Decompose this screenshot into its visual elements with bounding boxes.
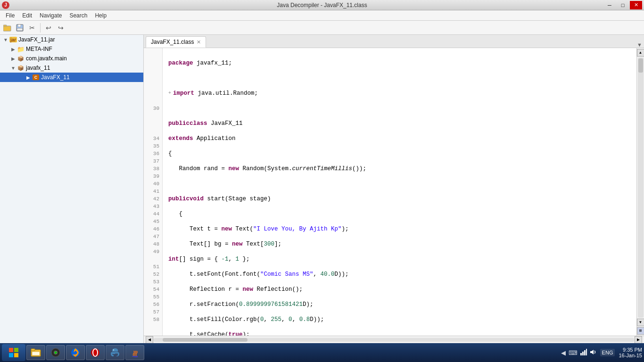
com-javafx-label: com.javafx.main [26, 55, 67, 62]
line-num-blank [144, 74, 162, 82]
line-num-blank [144, 52, 162, 59]
sidebar-item-javafx11-pkg[interactable]: ▼ 📦 javafx_11 [0, 63, 143, 73]
taskbar-java[interactable] [125, 345, 144, 360]
minimize-button[interactable]: ─ [603, 1, 616, 9]
svg-rect-3 [18, 25, 21, 27]
code-line-1: package javafx_11; [168, 59, 644, 67]
line-num-blank [144, 97, 162, 105]
svg-point-19 [113, 350, 114, 351]
clock: 9:35 PM 16-Jan-15 [619, 347, 642, 358]
start-button[interactable] [2, 344, 25, 361]
scroll-up-button[interactable]: ▲ [637, 49, 644, 57]
tray-volume[interactable] [590, 349, 596, 357]
expander-javafx11-class[interactable]: ▶ [25, 74, 32, 81]
title-left: J [2, 1, 9, 9]
code-line-39: r.setFraction(0.8999999761581421D); [168, 301, 644, 308]
line-num-56: 56 [144, 301, 162, 308]
code-line-3: +import java.util.Random; [168, 90, 644, 97]
forward-button[interactable]: ↪ [55, 23, 66, 33]
code-line-41: t.setCache(true); [168, 331, 644, 336]
svg-rect-6 [14, 348, 18, 352]
line-num-blank [144, 255, 162, 263]
sidebar-item-jar[interactable]: ▼ jar JavaFX_11.jar [0, 35, 143, 44]
line-numbers: 30 34 35 36 37 38 39 40 41 42 43 44 45 4… [144, 48, 163, 336]
svg-rect-21 [582, 352, 584, 355]
sidebar-item-meta-inf[interactable]: ▶ 📁 META-INF [0, 44, 143, 54]
meta-inf-label: META-INF [26, 46, 52, 52]
import-expand[interactable]: + [168, 90, 171, 97]
expander-jar[interactable]: ▼ [2, 36, 9, 43]
line-num-blank [144, 59, 162, 67]
vertical-scrollbar[interactable]: ▲ ▼ ⊞ [636, 48, 644, 336]
menu-help[interactable]: Help [91, 11, 110, 20]
tab-collapse-button[interactable]: ▼ [637, 42, 642, 48]
class-icon-javafx11: C [32, 74, 40, 81]
tray-network[interactable] [580, 349, 587, 357]
back-button[interactable]: ↩ [43, 23, 54, 33]
line-num-blank [144, 90, 162, 97]
line-num-47: 47 [144, 233, 162, 240]
scrollbar-thumb[interactable] [638, 58, 643, 73]
expander-com-javafx[interactable]: ▶ [9, 55, 17, 62]
tray-arrow[interactable]: ◀ [561, 349, 566, 356]
window-controls: ─ □ ✕ [603, 1, 642, 9]
code-view[interactable]: 30 34 35 36 37 38 39 40 41 42 43 44 45 4… [144, 48, 644, 336]
line-num-48: 48 [144, 240, 162, 248]
scroll-down-button[interactable]: ▼ [637, 319, 644, 326]
svg-rect-20 [580, 353, 582, 355]
sidebar-item-javafx11-class[interactable]: ▶ C JavaFX_11 [0, 73, 143, 82]
menu-navigate[interactable]: Navigate [36, 11, 66, 20]
jar-icon: jar [9, 36, 17, 43]
scroll-left-button[interactable]: ◀ [146, 336, 153, 344]
code-line-37: t.setFont(Font.font("Comic Sans MS", 40.… [168, 271, 644, 278]
horizontal-scrollbar-track[interactable] [153, 338, 635, 342]
taskbar-python[interactable] [106, 345, 124, 360]
menu-edit[interactable]: Edit [18, 11, 36, 20]
code-line-4 [168, 105, 644, 112]
tab-javafx11[interactable]: JavaFX_11.class ✕ [146, 36, 206, 48]
line-num-39: 39 [144, 173, 162, 180]
line-num-37: 37 [144, 157, 162, 165]
line-num-36: 36 [144, 150, 162, 157]
taskbar-file-explorer[interactable] [26, 345, 45, 360]
svg-rect-8 [14, 353, 18, 357]
code-line-7: { [168, 150, 644, 157]
taskbar-opera[interactable] [86, 345, 105, 360]
horizontal-scrollbar-thumb[interactable] [163, 338, 248, 342]
menu-bar: File Edit Navigate Search Help [0, 10, 644, 21]
taskbar: ◀ ⌨ ENG 9:35 PM 16-Jan-15 [0, 343, 644, 362]
tab-close-button[interactable]: ✕ [197, 39, 201, 45]
line-num-58: 58 [144, 316, 162, 323]
system-tray: ◀ ⌨ ENG 9:35 PM 16-Jan-15 [561, 347, 642, 358]
title-bar: J Java Decompiler - JavaFX_11.class ─ □ … [0, 0, 644, 10]
menu-search[interactable]: Search [66, 11, 91, 20]
code-line-brace1: { [168, 210, 644, 218]
tray-keyboard[interactable]: ⌨ [569, 349, 578, 356]
scroll-right-button[interactable]: ▶ [635, 336, 642, 344]
expander-meta-inf[interactable]: ▶ [9, 45, 17, 53]
menu-file[interactable]: File [2, 11, 18, 20]
sidebar-item-com-javafx-main[interactable]: ▶ 📦 com.javafx.main [0, 54, 143, 63]
svg-rect-4 [17, 28, 23, 31]
toolbar-separator [40, 23, 41, 33]
line-num-blank [144, 127, 162, 135]
expander-javafx11[interactable]: ▼ [9, 64, 17, 72]
open-button[interactable] [2, 23, 13, 33]
code-line-35: Text[] bg = new Text[300]; [168, 240, 644, 248]
taskbar-firefox[interactable] [66, 345, 85, 360]
svg-marker-24 [590, 350, 594, 354]
taskbar-media-player[interactable] [46, 345, 65, 360]
line-num-57: 57 [144, 308, 162, 316]
cut-button[interactable]: ✂ [26, 23, 38, 33]
svg-rect-11 [32, 352, 40, 355]
line-num-55: 55 [144, 293, 162, 301]
line-num-30: 30 [144, 105, 162, 112]
minimap-button[interactable]: ⊞ [637, 327, 644, 335]
jar-label: JavaFX_11.jar [18, 36, 55, 43]
close-button[interactable]: ✕ [630, 1, 642, 9]
code-line-36: int[] sign = { -1, 1 }; [168, 255, 644, 263]
line-num-49: 49 [144, 248, 162, 255]
language-indicator[interactable]: ENG [600, 349, 615, 356]
maximize-button[interactable]: □ [617, 1, 629, 9]
save-button[interactable] [14, 23, 25, 33]
